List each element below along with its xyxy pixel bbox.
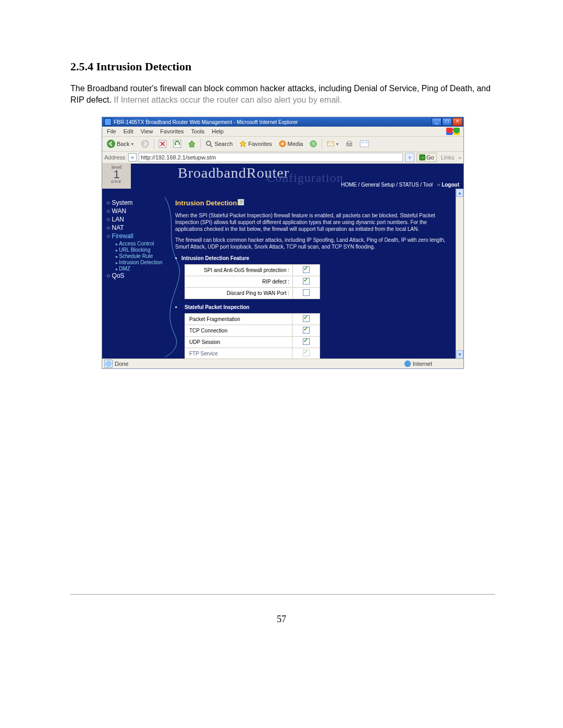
nav-intrusion-detection[interactable]: Intrusion Detection: [106, 260, 165, 265]
row-label: RIP defect :: [185, 276, 293, 288]
window-minimize-button[interactable]: _: [432, 118, 442, 126]
rip-checkbox[interactable]: [303, 278, 310, 285]
window-maximize-button[interactable]: □: [442, 118, 452, 126]
menu-tools[interactable]: Tools: [188, 128, 209, 134]
favorites-label: Favorites: [248, 141, 272, 147]
address-label: Address: [104, 154, 126, 161]
logo-text-c: one: [111, 179, 122, 184]
done-icon: [104, 360, 113, 368]
home-button[interactable]: [186, 138, 198, 150]
nav-access-control[interactable]: Access Control: [106, 241, 165, 246]
nav-schedule-rule[interactable]: Schedule Rule: [106, 253, 165, 259]
nav-system[interactable]: System: [106, 199, 165, 206]
content-panel: Intrusion Detection? When the SPI (State…: [165, 189, 456, 359]
scroll-track[interactable]: [456, 197, 463, 350]
router-body: System WAN LAN NAT Firewall Access Contr…: [102, 189, 463, 359]
nav-lan[interactable]: LAN: [106, 216, 165, 223]
window-close-button[interactable]: ×: [452, 118, 462, 126]
address-dropdown-icon[interactable]: v: [405, 153, 414, 162]
spi-checkbox[interactable]: [303, 266, 310, 273]
media-label: Media: [288, 141, 303, 147]
section-spi: Stateful Packet Inspection: [175, 304, 448, 310]
nav-dmz[interactable]: DMZ: [106, 266, 165, 272]
forward-button[interactable]: [138, 138, 152, 150]
banner-link-general[interactable]: General Setup: [361, 182, 395, 188]
menu-favorites[interactable]: Favorites: [156, 128, 187, 134]
page-icon: e: [128, 153, 137, 162]
logo-text-b: 1: [102, 170, 131, 179]
table-row: RIP defect :: [185, 276, 320, 288]
menu-edit[interactable]: Edit: [120, 128, 137, 134]
section-heading: 2.5.4 Intrusion Detection: [70, 60, 495, 73]
table-row: TCP Connection: [185, 325, 320, 337]
svg-rect-11: [348, 141, 351, 143]
nav-url-blocking[interactable]: URL Blocking: [106, 247, 165, 253]
discard-ping-checkbox[interactable]: [303, 289, 310, 296]
menu-help[interactable]: Help: [208, 128, 227, 134]
refresh-icon: [173, 140, 181, 148]
window-title: FBR-1405TX Broadband Router Web Manageme…: [114, 119, 432, 125]
print-icon: [345, 140, 353, 148]
packet-frag-checkbox[interactable]: [303, 315, 310, 322]
windows-flag-icon: [444, 128, 462, 135]
help-icon[interactable]: ?: [238, 199, 244, 205]
banner-link-logout[interactable]: Logout: [437, 182, 459, 188]
banner-link-tool[interactable]: Tool: [423, 182, 433, 188]
mail-button[interactable]: ▼: [324, 138, 341, 150]
banner-link-home[interactable]: HOME: [341, 182, 357, 188]
nav-firewall[interactable]: Firewall: [106, 232, 165, 240]
banner-nav: HOME / General Setup / STATUS / Tool Log…: [341, 182, 459, 188]
svg-line-5: [210, 145, 212, 147]
nav-nat[interactable]: NAT: [106, 224, 165, 231]
router-banner: level 1 one BroadbandRouter Configuratio…: [102, 164, 463, 189]
router-screenshot: FBR-1405TX Broadband Router Web Manageme…: [102, 117, 464, 369]
scroll-down-icon[interactable]: ▼: [456, 350, 463, 359]
nav-qos[interactable]: QoS: [106, 272, 165, 279]
print-button[interactable]: [343, 138, 356, 150]
banner-link-status[interactable]: STATUS: [399, 182, 419, 188]
back-icon: [106, 139, 116, 149]
discuss-icon: [360, 140, 369, 147]
intro-paragraph: The Broadband router's firewall can bloc…: [70, 83, 495, 105]
svg-rect-13: [361, 142, 364, 143]
menu-file[interactable]: File: [103, 128, 120, 134]
svg-point-7: [282, 143, 284, 145]
table-row: UDP Session: [185, 337, 320, 348]
toolbar-sep-1: [154, 139, 154, 149]
search-button[interactable]: Search: [203, 138, 235, 150]
refresh-button[interactable]: [171, 138, 183, 150]
discuss-button[interactable]: [358, 138, 371, 150]
window-titlebar: FBR-1405TX Broadband Router Web Manageme…: [102, 117, 463, 127]
section-intrusion-feature: Intrusion Detection Feature: [175, 255, 448, 261]
go-label: Go: [426, 154, 434, 161]
go-button[interactable]: → Go: [417, 153, 437, 162]
table-row: Discard Ping to WAN Port :: [185, 288, 320, 299]
spi-table: Packet Fragmentation TCP Connection UDP …: [185, 313, 320, 359]
history-button[interactable]: [307, 138, 320, 150]
menu-view[interactable]: View: [137, 128, 157, 134]
row-label: SPI and Anti-DoS firewall protection :: [185, 265, 293, 276]
table-row: FTP Service: [185, 348, 320, 359]
links-chevron-icon[interactable]: »: [458, 155, 461, 161]
links-label[interactable]: Links: [439, 154, 457, 161]
udp-session-checkbox[interactable]: [303, 338, 310, 345]
stop-button[interactable]: [156, 138, 169, 150]
nav-wan[interactable]: WAN: [106, 207, 165, 215]
row-label: Packet Fragmentation: [185, 314, 292, 325]
row-label: TCP Connection: [185, 325, 292, 337]
history-icon: [309, 140, 317, 148]
back-button[interactable]: Back ▼: [104, 138, 136, 150]
content-scrollbar[interactable]: ▲ ▼: [456, 189, 463, 359]
address-input[interactable]: [139, 153, 403, 162]
home-icon: [188, 140, 196, 148]
search-icon: [205, 140, 213, 148]
favorites-button[interactable]: Favorites: [237, 138, 274, 150]
ftp-checkbox[interactable]: [303, 350, 310, 356]
media-button[interactable]: Media: [276, 138, 305, 150]
back-dropdown-icon: ▼: [130, 142, 134, 146]
back-label: Back: [117, 141, 129, 147]
scroll-up-icon[interactable]: ▲: [456, 189, 463, 197]
stop-icon: [158, 140, 167, 148]
tcp-conn-checkbox[interactable]: [303, 327, 310, 334]
svg-rect-12: [360, 141, 369, 147]
